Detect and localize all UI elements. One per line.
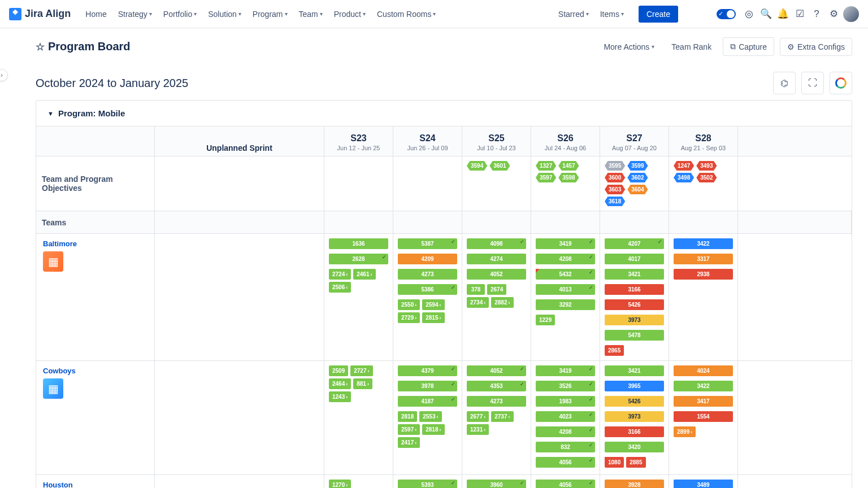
nav-items[interactable]: Items▾ (594, 6, 630, 22)
team-link[interactable]: Houston (40, 478, 151, 488)
work-item-card[interactable]: 2729› (398, 312, 420, 323)
objective-card[interactable]: 3498 (674, 173, 694, 182)
work-item-card[interactable]: 3965 (605, 381, 664, 391)
create-button[interactable]: Create (639, 6, 678, 23)
work-item-card[interactable]: 4208✓ (536, 426, 595, 437)
objective-card[interactable]: 1247 (674, 161, 694, 171)
objective-card[interactable]: 3604 (627, 185, 648, 194)
work-item-card[interactable]: 2734‹ (467, 297, 489, 308)
more-actions-menu[interactable]: More Actions▾ (598, 38, 660, 55)
work-item-card[interactable]: 3417 (674, 396, 733, 407)
work-item-card[interactable]: 3422 (674, 381, 733, 391)
settings-icon[interactable]: ⚙ (826, 7, 841, 21)
program-collapse-row[interactable]: ▼ Program: Mobile (36, 101, 852, 126)
work-item-card[interactable]: 2553‹ (419, 411, 441, 422)
work-item-card[interactable]: 3489 (674, 480, 733, 488)
work-item-card[interactable]: 4052 (467, 269, 526, 280)
objective-card[interactable]: 3618 (605, 197, 625, 206)
work-item-card[interactable]: 3166 (605, 284, 664, 295)
work-item-card[interactable]: 5432✓ (536, 269, 595, 280)
work-item-card[interactable]: 2885 (626, 457, 645, 468)
fullscreen-icon[interactable]: ⛶ (801, 72, 824, 94)
work-item-card[interactable]: 3419✓ (536, 365, 595, 376)
nav-custom-rooms[interactable]: Custom Rooms▾ (371, 6, 441, 22)
work-item-card[interactable]: 4056✓ (536, 457, 595, 468)
work-item-card[interactable]: 4052✓ (467, 365, 526, 376)
objective-card[interactable]: 3594 (467, 161, 487, 171)
work-item-card[interactable]: 3421 (605, 269, 664, 280)
logo[interactable]: Jira Align (9, 8, 71, 20)
work-item-card[interactable]: 2417› (398, 437, 420, 448)
work-item-card[interactable]: 2674 (487, 284, 506, 295)
nav-portfolio[interactable]: Portfolio▾ (158, 6, 202, 22)
work-item-card[interactable]: 2727‹ (350, 365, 372, 376)
color-settings-icon[interactable] (830, 72, 852, 94)
work-item-card[interactable]: 3526✓ (536, 381, 595, 391)
work-item-card[interactable]: 2550‹ (398, 299, 420, 310)
work-item-card[interactable]: 2597‹ (398, 424, 420, 435)
team-rank-link[interactable]: Team Rank (666, 38, 717, 55)
work-item-card[interactable]: 3978✓ (398, 381, 457, 391)
work-item-card[interactable]: 2461› (353, 269, 375, 280)
objective-card[interactable]: 3598 (558, 173, 579, 182)
work-item-card[interactable]: 2464‹ (329, 378, 351, 389)
work-item-card[interactable]: 5426 (605, 299, 664, 310)
nav-strategy[interactable]: Strategy▾ (112, 6, 158, 22)
objective-card[interactable]: 3600 (605, 173, 625, 182)
work-item-card[interactable]: 4187✓ (398, 396, 457, 407)
hierarchy-view-icon[interactable]: ⌬ (773, 72, 796, 94)
work-item-card[interactable]: 4098✓ (467, 238, 526, 249)
work-item-card[interactable]: 2677‹ (467, 411, 489, 422)
work-item-card[interactable]: 1243› (329, 391, 351, 402)
team-link[interactable]: Cowboys (40, 364, 151, 378)
dark-mode-toggle[interactable]: ✓ (717, 9, 736, 19)
work-item-card[interactable]: 2628✓ (329, 254, 388, 264)
work-item-card[interactable]: 1080 (605, 457, 624, 468)
work-item-card[interactable]: 832✓ (536, 442, 595, 452)
work-item-card[interactable]: 3166 (605, 426, 664, 437)
work-item-card[interactable]: 3973 (605, 315, 664, 325)
objective-card[interactable]: 3602 (627, 173, 648, 182)
work-item-card[interactable]: 4273 (398, 269, 457, 280)
objective-card[interactable]: 3597 (536, 173, 556, 182)
work-item-card[interactable]: 1270› (329, 480, 351, 488)
work-item-card[interactable]: 3960✓ (467, 480, 526, 488)
work-item-card[interactable]: 4023✓ (536, 411, 595, 422)
work-item-card[interactable]: 4013✓ (536, 284, 595, 295)
work-item-card[interactable]: 2882› (491, 297, 513, 308)
nav-home[interactable]: Home (80, 6, 112, 22)
nav-solution[interactable]: Solution▾ (202, 6, 247, 22)
work-item-card[interactable]: 3420 (605, 442, 664, 452)
user-avatar[interactable] (843, 6, 859, 22)
nav-product[interactable]: Product▾ (328, 6, 371, 22)
objective-card[interactable]: 1327 (536, 161, 556, 171)
work-item-card[interactable]: 2506‹ (329, 282, 351, 293)
star-icon[interactable]: ☆ (36, 41, 45, 53)
work-item-card[interactable]: 3973 (605, 411, 664, 422)
team-link[interactable]: Baltimore (40, 237, 151, 251)
work-item-card[interactable]: 2899‹ (674, 426, 696, 437)
search-icon[interactable]: 🔍 (758, 7, 773, 21)
work-item-card[interactable]: 4208✓ (536, 254, 595, 264)
help-icon[interactable]: ? (809, 7, 824, 21)
work-item-card[interactable]: 5426 (605, 396, 664, 407)
notifications-icon[interactable]: 🔔 (775, 7, 790, 21)
objective-card[interactable]: 3493 (696, 161, 717, 171)
capture-button[interactable]: ⧉Capture (723, 37, 774, 56)
nav-starred[interactable]: Starred▾ (553, 6, 594, 22)
work-item-card[interactable]: 4353✓ (467, 381, 526, 391)
objective-card[interactable]: 3599 (627, 161, 648, 171)
objective-card[interactable]: 1457 (558, 161, 579, 171)
objective-card[interactable]: 3601 (489, 161, 510, 171)
work-item-card[interactable]: 3928 (605, 480, 664, 488)
work-item-card[interactable]: 2509 (329, 365, 348, 376)
work-item-card[interactable]: 3421 (605, 365, 664, 376)
work-item-card[interactable]: 3419✓ (536, 238, 595, 249)
work-item-card[interactable]: 4017 (605, 254, 664, 264)
work-item-card[interactable]: 2938 (674, 269, 733, 280)
work-item-card[interactable]: 2815‹ (422, 312, 444, 323)
work-item-card[interactable]: 2594‹ (422, 299, 444, 310)
nav-team[interactable]: Team▾ (293, 6, 328, 22)
work-item-card[interactable]: 3292 (536, 299, 595, 310)
objective-card[interactable]: 3502 (696, 173, 717, 182)
